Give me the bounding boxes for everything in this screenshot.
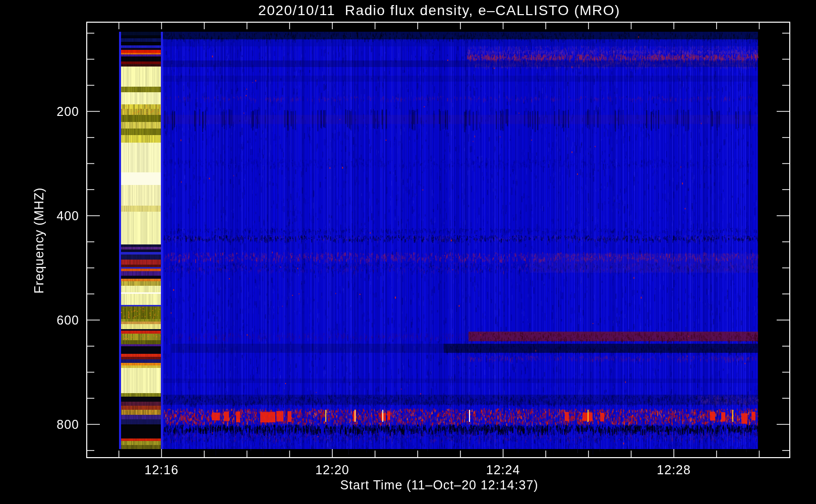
- x-tick-label: 12:20: [297, 463, 368, 477]
- y-tick-label: 200: [19, 104, 79, 118]
- y-tick-label: 400: [19, 209, 79, 223]
- y-tick-label: 800: [19, 417, 79, 431]
- x-tick-label: 12:24: [468, 463, 539, 477]
- x-tick-label: 12:16: [126, 463, 197, 477]
- x-tick-label: 12:28: [638, 463, 709, 477]
- x-axis-label: Start Time (11–Oct–20 12:14:37): [89, 478, 790, 492]
- spectrogram-canvas: [0, 0, 816, 504]
- spectrogram-figure: 2020/10/11 Radio flux density, e–CALLIST…: [0, 0, 816, 504]
- chart-title: 2020/10/11 Radio flux density, e–CALLIST…: [89, 3, 790, 19]
- y-axis-label: Frequency (MHZ): [32, 165, 47, 316]
- y-tick-label: 600: [19, 313, 79, 327]
